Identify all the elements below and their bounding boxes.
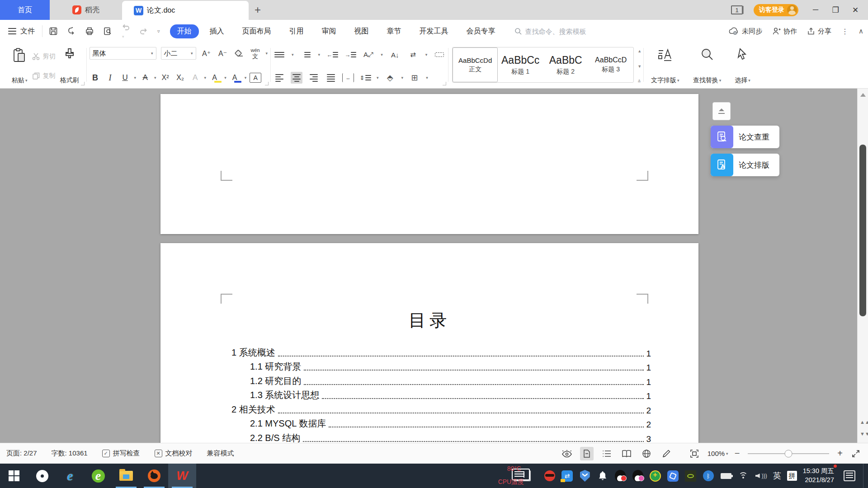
spell-check-toggle[interactable]: ✓拼写检查 [102,449,140,458]
borders-dropdown[interactable]: ▾ [426,75,428,80]
paragraph-dialog-launcher[interactable] [443,82,446,85]
collaborate-button[interactable]: 协作 [772,27,797,36]
tray-bluetooth-icon[interactable]: ᛒ [703,470,714,482]
next-page-button[interactable]: ▼▼ [860,431,868,436]
tab-insert[interactable]: 插入 [203,24,231,38]
taskbar-app-explorer[interactable] [112,464,140,488]
zoom-out-button[interactable]: − [735,448,740,459]
tab-review[interactable]: 审阅 [315,24,344,38]
style-heading3[interactable]: AaBbCcD 标题 3 [588,47,633,82]
taskbar-clock[interactable]: 15:30 周五 2021/8/27 [803,467,836,484]
font-name-combo[interactable]: 黑体▾ [90,47,156,60]
scroll-up-button[interactable] [860,93,866,97]
read-mode-button[interactable] [620,447,633,460]
fullscreen-button[interactable] [849,447,863,460]
font-size-combo[interactable]: 小二▾ [161,47,196,60]
search-input[interactable] [525,28,611,35]
cut-button[interactable]: 剪切 [32,52,56,61]
shading-dropdown[interactable]: ▾ [401,75,404,80]
increase-indent-button[interactable]: → [344,49,356,61]
text-direction-dropdown[interactable]: ▾ [425,52,428,57]
text-typeset-button[interactable]: 文字排版▾ [648,46,682,86]
document-page-1[interactable] [160,94,698,234]
sort-button[interactable]: A↓ [389,49,401,61]
close-button[interactable]: ✕ [845,0,865,20]
maximize-button[interactable]: ❐ [826,0,845,20]
toc-entry[interactable]: 1.1 研究背景1 [231,359,651,373]
pinyin-dropdown[interactable]: ▾ [266,51,268,56]
tray-green-app-icon[interactable] [650,470,661,482]
shrink-font-button[interactable]: A⁻ [217,47,229,59]
print-preview-button[interactable] [103,27,112,36]
styles-down-button[interactable]: ▼ [637,64,642,69]
previous-page-button[interactable]: ▲▲ [860,419,868,425]
subscript-button[interactable]: X₂ [175,72,186,84]
page-indicator[interactable]: 页面: 2/27 [6,449,37,458]
strikethrough-button[interactable]: A [139,72,151,84]
new-tab-button[interactable]: + [249,0,267,20]
tray-bell-icon[interactable] [597,470,609,482]
italic-button[interactable]: I [104,72,116,84]
text-effects-button[interactable]: A [189,72,201,84]
taskbar-app-ie[interactable]: e [56,464,84,488]
compat-mode-indicator[interactable]: 兼容模式 [207,449,234,458]
fit-page-button[interactable] [688,447,701,460]
tray-red-app-icon[interactable] [544,470,556,482]
panel-collapse-button[interactable] [712,102,731,120]
tab-developer[interactable]: 开发工具 [412,24,456,38]
page-view-button[interactable] [580,447,594,460]
font-color-button[interactable]: A [230,72,241,84]
styles-more-button[interactable]: ≛ [637,79,642,84]
web-layout-button[interactable] [640,447,653,460]
language-indicator[interactable]: 英 [773,470,781,481]
zoom-level[interactable]: 100%▾ [708,450,728,457]
scrollbar-thumb[interactable] [859,145,866,316]
collapse-ribbon-button[interactable]: ∧ [859,27,863,35]
bullet-dropdown[interactable]: ▾ [292,52,294,57]
toc-entry[interactable]: 2.2 B/S 结构3 [231,430,651,443]
taskbar-app-browser[interactable]: e [84,464,112,488]
line-spacing-dropdown[interactable]: ▾ [377,75,379,80]
decrease-indent-button[interactable]: ← [326,49,338,61]
character-border-button[interactable]: A [250,73,261,83]
style-heading2[interactable]: AaBbC 标题 2 [543,47,588,82]
tab-references[interactable]: 引用 [282,24,311,38]
numbered-dropdown[interactable]: ▾ [318,52,321,57]
tab-docer[interactable]: 稻壳 [50,0,122,20]
tab-page-layout[interactable]: 页面布局 [235,24,278,38]
bold-button[interactable]: B [90,72,101,84]
toc-entry[interactable]: 1.3 系统设计思想1 [231,387,651,402]
tray-qq2-icon[interactable] [632,470,644,482]
highlight-button[interactable]: A [209,72,221,84]
paper-check-button[interactable]: 论文查重 [711,126,779,148]
tab-view[interactable]: 视图 [347,24,376,38]
start-button[interactable] [0,464,28,488]
tray-wifi-icon[interactable] [738,470,750,482]
align-center-button[interactable] [291,72,302,84]
customize-toolbar-dropdown[interactable]: ▿ [157,28,160,34]
tray-battery-icon[interactable] [720,470,732,482]
tab-section[interactable]: 章节 [380,24,409,38]
visitor-login-button[interactable]: 访客登录 [754,4,798,16]
tab-start[interactable]: 开始 [170,24,199,38]
numbered-list-button[interactable] [300,49,312,61]
distribute-button[interactable]: ↔ [342,73,354,82]
grow-font-button[interactable]: A⁺ [201,47,212,59]
document-page-2[interactable]: 目录 1 系统概述1 1.1 研究背景1 1.2 研究目的1 1.3 系统设计思… [160,243,698,443]
redo-button[interactable] [139,27,148,36]
align-left-button[interactable] [274,72,285,84]
document-canvas[interactable]: 目录 1 系统概述1 1.1 研究背景1 1.2 研究目的1 1.3 系统设计思… [0,89,868,443]
zoom-slider[interactable] [748,453,829,454]
eye-protection-button[interactable] [560,447,574,460]
tray-shield-icon[interactable] [579,470,591,482]
highlight-dropdown[interactable]: ▾ [224,75,226,80]
ink-mode-button[interactable] [660,447,673,460]
word-count[interactable]: 字数: 10361 [52,449,88,458]
text-effects-dropdown[interactable]: ▾ [204,75,207,80]
shading-button[interactable]: ⬘ [384,72,396,84]
strikethrough-dropdown[interactable]: ▾ [154,75,156,80]
tray-qq-icon[interactable] [614,470,626,482]
format-painter-button[interactable]: 格式刷 [57,46,82,86]
superscript-button[interactable]: X² [160,72,171,84]
pinyin-guide-button[interactable]: wén文 [250,47,261,59]
